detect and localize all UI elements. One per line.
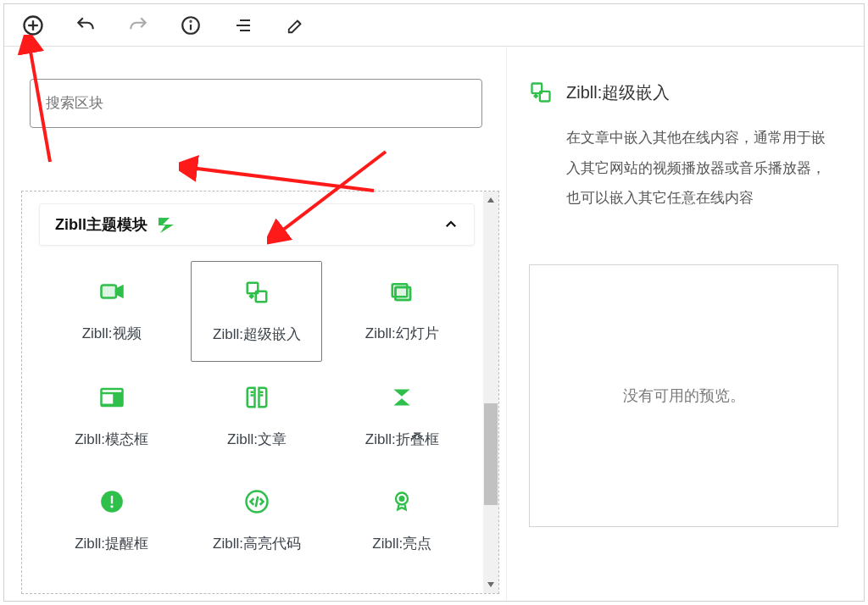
detail-title: Zibll:超级嵌入: [566, 81, 670, 104]
chevron-up-icon: [443, 217, 459, 232]
block-item-slides[interactable]: Zibll:幻灯片: [337, 271, 468, 352]
svg-point-29: [110, 505, 113, 508]
scroll-track[interactable]: [483, 208, 498, 576]
hidden-icon: [243, 592, 270, 593]
svg-point-33: [400, 497, 404, 501]
block-item-label: Zibll:亮点: [372, 534, 431, 553]
block-item-highlight[interactable]: Zibll:亮点: [337, 481, 468, 560]
svg-rect-19: [102, 394, 113, 403]
block-item-label: Zibll:幻灯片: [365, 324, 439, 343]
inserter-scrollbar: [483, 191, 498, 593]
block-detail-panel: Zibll:超级嵌入 在文章中嵌入其他在线内容，通常用于嵌入其它网站的视频播放器…: [506, 47, 864, 601]
detail-description: 在文章中嵌入其他在线内容，通常用于嵌入其它网站的视频播放器或音乐播放器，也可以嵌…: [566, 123, 838, 214]
block-item-code[interactable]: Zibll:高亮代码: [191, 481, 322, 560]
svg-marker-26: [394, 398, 410, 405]
svg-rect-20: [102, 390, 121, 392]
block-item-article[interactable]: Zibll:文章: [191, 377, 322, 456]
preview-box: 没有可用的预览。: [529, 264, 838, 527]
block-item-collapse[interactable]: Zibll:折叠框: [337, 377, 468, 456]
block-grid: Zibll:视频Zibll:超级嵌入Zibll:幻灯片Zibll:模态框Zibl…: [39, 271, 475, 593]
svg-rect-9: [101, 286, 116, 298]
scroll-down-button[interactable]: [483, 576, 498, 593]
block-item-label: Zibll:提醒框: [75, 534, 148, 553]
zibll-logo-icon: [156, 214, 176, 235]
article-icon: [243, 384, 270, 411]
highlight-icon: [388, 488, 415, 515]
redo-button[interactable]: [121, 8, 155, 42]
block-item-hidden[interactable]: [191, 586, 322, 593]
svg-marker-11: [116, 286, 123, 297]
block-item-label: Zibll:超级嵌入: [213, 325, 301, 344]
video-icon: [98, 278, 125, 305]
svg-marker-40: [487, 582, 494, 587]
block-item-label: Zibll:模态框: [75, 430, 148, 449]
block-item-label: Zibll:高亮代码: [213, 534, 301, 553]
block-item-label: Zibll:文章: [227, 430, 287, 449]
block-item-video[interactable]: Zibll:视频: [46, 271, 177, 352]
section-title: Zibll主题模块: [55, 214, 147, 235]
section-header-zibll[interactable]: Zibll主题模块: [39, 203, 475, 246]
code-icon: [243, 488, 270, 515]
block-item-label: Zibll:折叠框: [365, 430, 439, 449]
block-inserter-panel: Zibll主题模块 Zibll:视频Zibll:超级嵌入Zibll:幻灯片Zib…: [21, 191, 499, 594]
block-item-h1[interactable]: H1: [46, 586, 177, 593]
preview-placeholder: 没有可用的预览。: [623, 386, 745, 406]
scroll-up-button[interactable]: [483, 191, 498, 208]
info-button[interactable]: [174, 8, 208, 42]
embed-icon: [529, 80, 553, 104]
block-item-alert[interactable]: Zibll:提醒框: [46, 481, 177, 560]
edit-button[interactable]: [279, 8, 313, 42]
quote-icon: “: [388, 592, 415, 593]
collapse-icon: [388, 384, 415, 411]
scroll-thumb[interactable]: [484, 403, 498, 505]
svg-point-5: [190, 20, 191, 21]
add-block-button[interactable]: [16, 8, 50, 42]
svg-line-31: [256, 497, 259, 508]
svg-rect-28: [110, 496, 112, 503]
editor-toolbar: [4, 4, 864, 47]
svg-marker-25: [394, 389, 410, 396]
undo-button[interactable]: [69, 8, 103, 42]
embed-icon: [243, 279, 270, 306]
block-item-embed[interactable]: Zibll:超级嵌入: [191, 261, 322, 362]
block-search-input[interactable]: [46, 95, 466, 112]
block-item-label: Zibll:视频: [82, 324, 142, 343]
block-item-quote[interactable]: “: [337, 586, 468, 593]
modal-icon: [98, 384, 125, 411]
alert-icon: [98, 488, 125, 515]
slides-icon: [388, 278, 415, 305]
svg-marker-39: [487, 197, 494, 203]
block-search[interactable]: [30, 79, 482, 128]
h1-icon: H1: [98, 592, 125, 593]
block-item-modal[interactable]: Zibll:模态框: [46, 377, 177, 456]
outline-button[interactable]: [226, 8, 260, 42]
